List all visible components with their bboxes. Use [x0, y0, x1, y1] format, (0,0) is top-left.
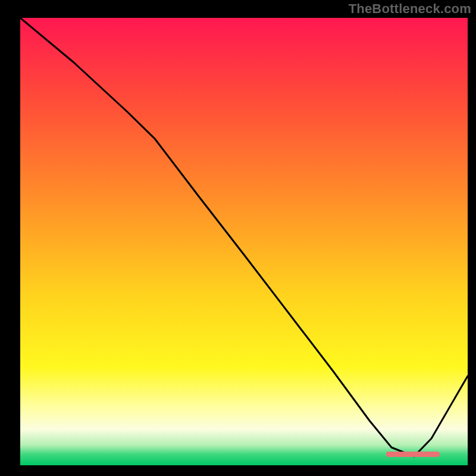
chart-container: TheBottleneck.com [0, 0, 476, 476]
attribution-label: TheBottleneck.com [349, 1, 471, 17]
chart-svg [20, 18, 468, 465]
plot-area [20, 18, 468, 465]
gradient-background [20, 18, 468, 465]
optimal-range-marker [386, 452, 440, 457]
